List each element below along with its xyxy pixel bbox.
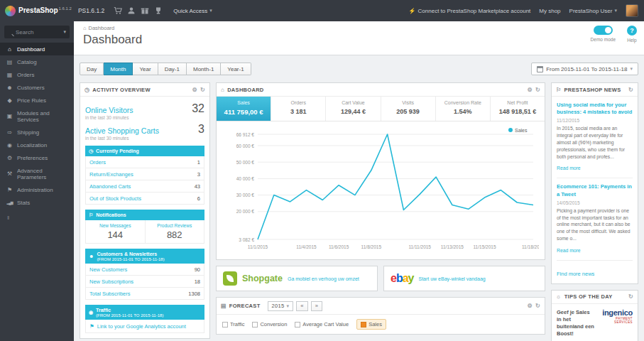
sidebar-item-preferences[interactable]: ⚙Preferences [0,151,74,164]
gear-icon[interactable]: ⚙ [528,303,533,309]
shopgate-promo[interactable]: Shopgate Ga mobiel en verhoog uw omzet [216,266,378,291]
pending-row-returns[interactable]: Return/Exchanges3 [85,168,204,180]
row-value: 6 [197,195,200,202]
read-more-link[interactable]: Read more [557,166,581,170]
find-more-news-link[interactable]: Find more news [557,271,594,277]
customers-row-new-customers[interactable]: New Customers90 [85,264,204,276]
sidebar-item-stats[interactable]: ▂▄▆Stats [0,196,74,209]
kpi-visits[interactable]: Visits205 939 [381,97,436,121]
gift-icon[interactable] [141,6,149,15]
stat-value: 144 [87,229,143,240]
kpi-label: Conversion Rate [437,100,489,105]
news-article-title[interactable]: Using social media for your business: 4 … [557,102,633,116]
kpi-cart-value[interactable]: Cart Value129,44 € [326,97,381,121]
forecast-panel: ▤ FORECAST 2015▾ « » ⚙ ↻ Traffic Conv [216,297,545,335]
chevron-down-icon: ▾ [63,29,66,35]
shop-name-link[interactable]: PS1.6.1.2 [78,7,104,14]
row-label: New Customers [89,266,127,273]
gear-icon[interactable]: ⚙ [192,87,197,93]
cart-icon[interactable] [114,6,122,15]
kpi-sales[interactable]: Sales411 759,00 € [217,97,271,121]
sidebar-item-customers[interactable]: ☻Customers [0,81,74,94]
range-button-day-1[interactable]: Day-1 [158,63,187,75]
google-analytics-link[interactable]: ⚑ Link to your Google Analytics account [85,320,204,333]
customers-row-total-subscribers[interactable]: Total Subscribers1308 [85,288,204,300]
range-button-month[interactable]: Month [104,63,133,75]
read-more-link[interactable]: Read more [557,248,581,253]
news-article-excerpt: In 2015, social media are an integral pa… [557,125,633,160]
gear-icon[interactable]: ⚙ [528,87,533,93]
new-messages-stat[interactable]: New Messages 144 [86,220,145,243]
sidebar-item-advanced-parameters[interactable]: ⚒Advanced Parameters [0,164,74,183]
search-input[interactable] [16,29,60,36]
sidebar-item-administration[interactable]: ⚑Administration [0,183,74,196]
shopgate-promo-link[interactable]: Ga mobiel en verhoog uw omzet [288,276,359,281]
pending-row-out-of-stock[interactable]: Out of Stock Products6 [85,193,204,205]
ebay-promo-link[interactable]: Start uw eBay-winkel vandaag [419,276,486,281]
forecast-legend-average-cart-value[interactable]: Average Cart Value [295,321,349,328]
refresh-icon[interactable]: ↻ [628,87,633,93]
sidebar-item-orders[interactable]: ▦Orders [0,68,74,81]
user-menu[interactable]: PrestaShop User ▾ [569,8,617,14]
kpi-orders[interactable]: Orders3 181 [271,97,326,121]
sidebar-item-label: Modules and Services [17,110,68,123]
forecast-legend-conversion[interactable]: Conversion [252,321,287,328]
customer-icon[interactable] [127,6,136,15]
svg-text:11/1/2015: 11/1/2015 [248,244,268,249]
sidebar-item-shipping[interactable]: ⇨Shipping [0,126,74,139]
forecast-next-button[interactable]: » [311,301,322,311]
sidebar-item-price-rules[interactable]: ◆Price Rules [0,94,74,107]
ebay-promo[interactable]: ebay Start uw eBay-winkel vandaag [383,266,545,291]
sidebar-search[interactable]: ▾ [4,26,70,38]
sidebar-collapse-button[interactable]: ‖ [0,209,74,227]
forecast-prev-button[interactable]: « [296,301,307,311]
checkbox-icon [361,322,366,328]
forecast-year-select[interactable]: 2015▾ [268,301,294,311]
prestashop-logo[interactable]: PrestaShop1.6.1.2 [5,6,72,16]
svg-text:11/13/2015: 11/13/2015 [441,244,464,249]
kpi-value: 3 181 [273,108,324,115]
refresh-icon[interactable]: ↻ [628,293,633,300]
tools-icon: ⚒ [6,170,13,177]
sidebar-item-localization[interactable]: ◉Localization [0,139,74,151]
sidebar-item-catalog[interactable]: ▤Catalog [0,55,74,68]
chart-icon: ▤ [221,303,227,309]
range-button-day[interactable]: Day [80,63,104,75]
forecast-legend-traffic[interactable]: Traffic [222,321,244,328]
notifications-header: ⚐ Notifications [85,210,204,220]
demo-mode-toggle[interactable] [594,26,613,35]
sidebar-item-label: Preferences [17,155,48,161]
kpi-conversion-rate[interactable]: Conversion Rate1.54% [436,97,491,121]
help-icon[interactable]: ? [627,26,637,36]
quick-access-dropdown[interactable]: Quick Access ▾ [173,8,212,14]
row-value: 43 [195,183,200,190]
range-button-month-1[interactable]: Month-1 [187,63,221,75]
svg-text:3 082 €: 3 082 € [239,237,254,242]
refresh-icon[interactable]: ↻ [535,303,540,309]
my-shop-link[interactable]: My shop [539,8,560,14]
section-range: (FROM 2015-11-01 TO 2015-11-18) [96,313,163,318]
date-range-picker[interactable]: From 2015-11-01 To 2015-11-18 ▾ [531,63,638,75]
pending-row-abandoned-carts[interactable]: Abandoned Carts43 [85,180,204,193]
customers-row-new-subscriptions[interactable]: New Subscriptions18 [85,276,204,288]
row-label: Total Subscribers [89,291,131,297]
stat-value: 3 [198,124,204,135]
sidebar-item-label: Catalog [17,59,37,65]
refresh-icon[interactable]: ↻ [535,87,540,93]
panel-title: DASHBOARD [227,87,263,93]
range-button-year-1[interactable]: Year-1 [221,63,251,75]
forecast-legend-sales[interactable]: Sales [356,319,386,330]
trophy-icon[interactable] [154,6,163,15]
pending-row-orders[interactable]: Orders1 [85,156,204,168]
product-reviews-stat[interactable]: Product Reviews 882 [145,220,204,243]
sidebar-item-modules[interactable]: ▣Modules and Services [0,107,74,126]
marketplace-connect-link[interactable]: ⚡ Connect to PrestaShop Marketplace acco… [409,8,531,14]
refresh-icon[interactable]: ↻ [200,87,205,93]
news-article-title[interactable]: Ecommerce 101: Payments in a Tweet [557,183,633,197]
row-label: New Subscriptions [89,278,133,285]
stat-value: 882 [147,229,203,240]
user-avatar[interactable] [626,4,638,17]
sidebar-item-dashboard[interactable]: ⌂Dashboard [0,43,74,55]
kpi-net-profit[interactable]: Net Profit148 918,51 € [491,97,545,121]
range-button-year[interactable]: Year [133,63,158,75]
